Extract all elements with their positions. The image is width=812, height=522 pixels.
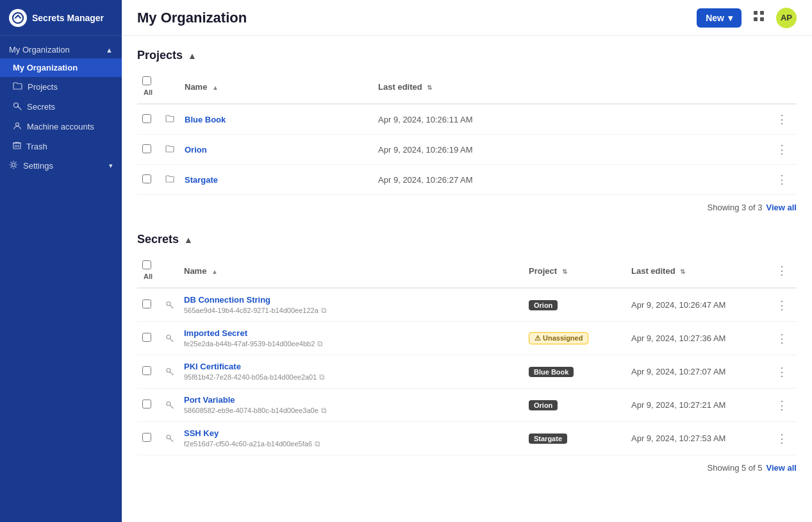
secrets-check-all-checkbox[interactable] [142, 260, 151, 269]
projects-row-more-button-0[interactable]: ⋮ [772, 111, 791, 128]
secrets-row-more-button-4[interactable]: ⋮ [772, 430, 791, 447]
sidebar-item-settings[interactable]: Settings ▾ [0, 156, 122, 175]
projects-row-name-link[interactable]: Blue Book [185, 115, 368, 124]
sidebar-item-secrets[interactable]: Secrets [0, 97, 122, 117]
projects-row-more-button-1[interactable]: ⋮ [772, 141, 791, 158]
sidebar-trash-label: Trash [26, 142, 47, 151]
sidebar-item-machine-accounts[interactable]: Machine accounts [0, 117, 122, 137]
secrets-row-copy-icon-0[interactable]: ⧉ [321, 306, 327, 315]
topbar: My Organization New ▾ AP [122, 0, 812, 36]
avatar[interactable]: AP [776, 8, 797, 28]
secrets-row-more-button-3[interactable]: ⋮ [772, 397, 791, 414]
secrets-row-copy-icon-1[interactable]: ⧉ [317, 339, 323, 348]
secrets-row-checkbox-2[interactable] [142, 366, 151, 375]
projects-row-check [137, 135, 160, 165]
projects-last-edited-header[interactable]: Last edited ⇅ [373, 70, 767, 104]
projects-row-name-link[interactable]: Stargate [185, 175, 368, 185]
secrets-check-all-header: All [137, 254, 160, 288]
secrets-row-checkbox-1[interactable] [142, 333, 151, 342]
secrets-row-name-link-3[interactable]: Port Variable [184, 395, 518, 405]
svg-line-19 [170, 371, 173, 375]
new-button-chevron-icon: ▾ [728, 13, 733, 23]
secrets-table: All Name ▲ Project ⇅ Last edited ⇅ [137, 254, 797, 455]
secrets-row-project: Orion [524, 389, 626, 422]
projects-check-all-checkbox[interactable] [142, 76, 151, 85]
projects-last-edited-label: Last edited [378, 82, 422, 92]
projects-collapse-button[interactable]: ▲ [188, 51, 197, 61]
projects-last-edited-filter-icon[interactable]: ⇅ [427, 84, 432, 91]
secrets-row-copy-icon-4[interactable]: ⧉ [315, 439, 320, 448]
svg-point-0 [13, 13, 23, 23]
secrets-row-check [137, 422, 160, 455]
secrets-section-header: Secrets ▲ [137, 233, 797, 246]
secrets-all-label: All [144, 273, 153, 280]
projects-table-row: Stargate Apr 9, 2024, 10:26:27 AM ⋮ [137, 165, 797, 195]
svg-line-15 [170, 305, 173, 308]
secrets-row-name-cell: PKI Certificate 95f81b42-7e28-4240-b05a-… [179, 355, 524, 389]
secrets-row-name-link-2[interactable]: PKI Certificate [184, 362, 518, 371]
secrets-row-more-button-1[interactable]: ⋮ [772, 330, 791, 347]
grid-view-button[interactable] [749, 8, 768, 28]
secrets-row-checkbox-3[interactable] [142, 400, 151, 408]
new-button-label: New [706, 13, 724, 23]
secrets-name-header[interactable]: Name ▲ [179, 254, 524, 288]
secrets-row-project-tag-2: Blue Book [529, 367, 574, 377]
sidebar-secrets-label: Secrets [27, 102, 55, 112]
secrets-row-name-link-0[interactable]: DB Connection String [184, 295, 518, 305]
svg-rect-11 [760, 11, 764, 15]
secrets-collapse-button[interactable]: ▲ [184, 235, 193, 245]
projects-name-header[interactable]: Name ▲ [179, 70, 373, 104]
projects-row-checkbox-1[interactable] [142, 144, 151, 153]
secrets-row-icon [160, 389, 179, 422]
projects-showing-count: Showing 3 of 3 [708, 203, 763, 212]
svg-line-2 [18, 106, 22, 110]
sidebar-section-org[interactable]: My Organization ▲ [0, 41, 122, 58]
secrets-row-check [137, 355, 160, 389]
sidebar-item-projects[interactable]: Projects [0, 77, 122, 97]
projects-row-name: Orion [179, 135, 373, 165]
secrets-row-check [137, 322, 160, 355]
secrets-row-checkbox-4[interactable] [142, 433, 151, 442]
projects-view-all-link[interactable]: View all [766, 203, 797, 212]
projects-row-check [137, 104, 160, 135]
chevron-down-icon: ▾ [109, 162, 113, 170]
secrets-row-project-tag-4: Stargate [529, 434, 567, 444]
secrets-actions-header: ⋮ [767, 254, 797, 288]
projects-row-checkbox-0[interactable] [142, 114, 151, 123]
secrets-row-actions: ⋮ [767, 355, 797, 389]
projects-row-name-link[interactable]: Orion [185, 145, 368, 155]
svg-point-9 [12, 164, 15, 167]
secrets-row-name-link-1[interactable]: Imported Secret [184, 328, 518, 338]
secrets-row-copy-icon-2[interactable]: ⧉ [319, 373, 325, 382]
secrets-name-label: Name [184, 266, 206, 276]
secrets-table-row: DB Connection String 565ae9d4-19b4-4c82-… [137, 288, 797, 322]
secrets-row-name-link-4[interactable]: SSH Key [184, 428, 518, 438]
machine-icon [13, 121, 22, 132]
secrets-row-check [137, 389, 160, 422]
secrets-row-actions: ⋮ [767, 288, 797, 322]
projects-row-checkbox-2[interactable] [142, 174, 151, 183]
sidebar-machine-label: Machine accounts [27, 122, 94, 131]
secrets-row-copy-icon-3[interactable]: ⧉ [321, 406, 327, 415]
secrets-header-more-button[interactable]: ⋮ [772, 262, 791, 279]
secrets-view-all-link[interactable]: View all [766, 463, 797, 473]
new-button[interactable]: New ▾ [697, 8, 742, 28]
secrets-row-project: Orion [524, 288, 626, 322]
projects-row-icon [160, 135, 179, 165]
secrets-table-row: PKI Certificate 95f81b42-7e28-4240-b05a-… [137, 355, 797, 389]
secrets-project-filter-icon[interactable]: ⇅ [562, 268, 567, 275]
sidebar-item-trash[interactable]: Trash [0, 137, 122, 156]
svg-rect-13 [760, 17, 764, 21]
secrets-last-edited-header[interactable]: Last edited ⇅ [626, 254, 767, 288]
secrets-row-more-button-0[interactable]: ⋮ [772, 297, 791, 314]
secrets-row-last-edited: Apr 9, 2024, 10:26:47 AM [626, 288, 767, 322]
secrets-row-more-button-2[interactable]: ⋮ [772, 364, 791, 380]
projects-row-more-button-2[interactable]: ⋮ [772, 171, 791, 188]
secrets-row-last-edited: Apr 9, 2024, 10:27:21 AM [626, 389, 767, 422]
secrets-last-edited-filter-icon[interactable]: ⇅ [680, 268, 685, 275]
secrets-row-checkbox-0[interactable] [142, 299, 151, 308]
sidebar-item-myorg[interactable]: My Organization [0, 58, 122, 77]
secrets-row-last-edited: Apr 9, 2024, 10:27:36 AM [626, 322, 767, 355]
secrets-row-id-4: f2e516d7-cf50-4c60-a21a-b14d00ee5fa6 ⧉ [184, 439, 518, 448]
secrets-project-header[interactable]: Project ⇅ [524, 254, 626, 288]
